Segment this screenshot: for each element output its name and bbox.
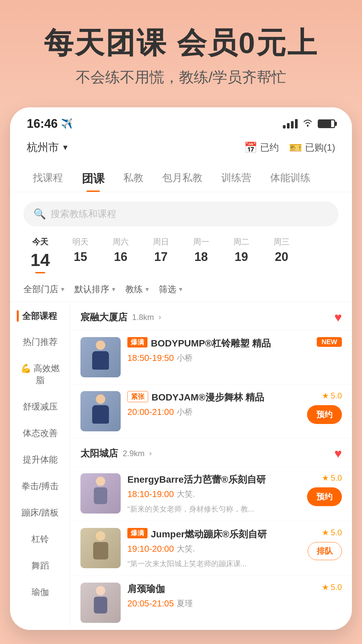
sidebar-item-fitness[interactable]: 提升体能: [10, 446, 70, 473]
sidebar-item-boxing[interactable]: 拳击/搏击: [10, 473, 70, 499]
course-3-book-btn[interactable]: 预约: [307, 487, 342, 506]
course-card-1: 爆满 BODYPUMP®杠铃雕塑 精品 18:50-19:50 小桥 NEW: [70, 330, 352, 384]
city-dropdown-icon: ▼: [62, 143, 69, 152]
star-icon: ★: [322, 473, 329, 483]
course-card-4: 爆满 Jumper燃动蹦床®乐刻自研 19:10-20:00 大笑. "第一次来…: [70, 521, 352, 576]
content-area: 全部课程 热门推荐 💪 高效燃脂 舒缓减压 体态改善 提升体能 拳击/搏击 蹦床…: [10, 302, 352, 630]
filter-sort-arrow: ▾: [112, 285, 115, 293]
course-1-new-tag: NEW: [317, 337, 342, 347]
filter-coach[interactable]: 教练 ▾: [125, 283, 149, 295]
search-icon: 🔍: [34, 208, 46, 220]
course-4-badge: 爆满: [127, 528, 147, 538]
sidebar-item-burn[interactable]: 💪 高效燃脂: [10, 355, 70, 393]
course-5-time: 20:05-21:05: [127, 598, 174, 609]
tab-find-courses[interactable]: 找课程: [23, 166, 72, 192]
calendar-icon: 📅: [244, 141, 257, 154]
course-5-rating: ★ 5.0: [322, 583, 342, 592]
store-1-favorite-btn[interactable]: ♥: [334, 310, 342, 325]
store-1-name: 宸融大厦店: [80, 311, 127, 324]
search-input[interactable]: 搜索教练和课程: [51, 208, 116, 220]
city-selector[interactable]: 杭州市 ▼: [27, 140, 69, 155]
course-thumb-3: [80, 473, 121, 514]
course-3-right: ★ 5.0 预约: [307, 473, 342, 506]
store-1-info[interactable]: 宸融大厦店 1.8km ›: [80, 311, 161, 324]
sidebar-header-text: 全部课程: [22, 310, 57, 322]
tab-group-class[interactable]: 团课: [72, 166, 114, 192]
course-1-info: 爆满 BODYPUMP®杠铃雕塑 精品 18:50-19:50 小桥: [127, 337, 310, 368]
sidebar-accent-bar: [17, 310, 19, 322]
hero-title: 每天团课 会员0元上: [20, 27, 342, 59]
tab-private[interactable]: 私教: [114, 166, 153, 192]
tab-bar: 找课程 团课 私教 包月私教 训练营 体能训练: [10, 160, 352, 192]
sidebar-item-posture[interactable]: 体态改善: [10, 420, 70, 446]
filter-stores[interactable]: 全部门店 ▾: [23, 283, 64, 295]
filter-coach-arrow: ▾: [145, 285, 149, 293]
tab-monthly-private[interactable]: 包月私教: [153, 166, 212, 192]
store-1-distance: 1.8km: [132, 313, 154, 322]
course-4-info: 爆满 Jumper燃动蹦床®乐刻自研 19:10-20:00 大笑. "第一次来…: [127, 528, 301, 569]
course-1-badge: 爆满: [127, 337, 147, 347]
course-1-teacher: 小桥: [177, 353, 193, 363]
date-today-underline: [35, 272, 45, 273]
store-1-header: 宸融大厦店 1.8km › ♥: [70, 302, 352, 330]
sidebar-item-trampoline[interactable]: 蹦床/踏板: [10, 499, 70, 526]
sidebar-item-hot[interactable]: 热门推荐: [10, 329, 70, 355]
course-5-teacher: 夏瑾: [177, 598, 193, 609]
course-thumb-4: [80, 528, 121, 568]
course-3-rating: ★ 5.0: [322, 473, 342, 483]
date-sun[interactable]: 周日 17: [144, 236, 178, 273]
sidebar-item-barbell[interactable]: 杠铃: [10, 526, 70, 552]
sidebar-item-relax[interactable]: 舒缓减压: [10, 393, 70, 420]
sidebar-item-yoga[interactable]: 瑜伽: [10, 579, 70, 605]
status-icons: [283, 117, 335, 130]
search-bar[interactable]: 🔍 搜索教练和课程: [23, 202, 339, 226]
course-4-rating: ★ 5.0: [322, 528, 342, 537]
date-today-num: 14: [31, 250, 50, 270]
course-5-info: 肩颈瑜伽 20:05-21:05 夏瑾: [127, 583, 315, 613]
course-5-name: 肩颈瑜伽: [127, 583, 315, 595]
date-today[interactable]: 今天 14: [23, 236, 57, 273]
date-tue[interactable]: 周二 19: [225, 236, 258, 273]
course-5-title-row: 肩颈瑜伽: [127, 583, 315, 595]
tab-fitness-training[interactable]: 体能训练: [261, 166, 320, 192]
filter-sort[interactable]: 默认排序 ▾: [74, 283, 115, 295]
course-3-title-row: EnergyBarre活力芭蕾®乐刻自研: [127, 473, 300, 486]
star-icon: ★: [322, 583, 329, 592]
course-3-desc: "新来的美女老师，身材修长匀称，教...: [127, 504, 300, 514]
nav-actions: 📅 已约 🎫 已购(1): [244, 141, 335, 154]
course-4-queue-btn[interactable]: 排队: [308, 542, 342, 560]
course-4-time: 19:10-20:00: [127, 544, 174, 554]
reserved-btn[interactable]: 📅 已约: [244, 141, 279, 154]
course-1-name: BODYPUMP®杠铃雕塑 精品: [151, 337, 310, 350]
course-3-name: EnergyBarre活力芭蕾®乐刻自研: [127, 473, 300, 486]
store-2-header: 太阳城店 2.9km › ♥: [70, 438, 352, 467]
purchased-btn[interactable]: 🎫 已购(1): [289, 141, 335, 154]
course-card-2: 紧张 BODYJAM®漫步舞林 精品 20:00-21:00 小桥 ★ 5.0 …: [70, 384, 352, 438]
course-4-teacher: 大笑.: [177, 543, 195, 554]
sidebar-header: 全部课程: [10, 302, 70, 329]
course-thumb-2: [80, 391, 121, 431]
filter-screen[interactable]: 筛选 ▾: [159, 283, 182, 295]
status-bar: 16:46 ✈️: [10, 107, 352, 136]
location-icon: ✈️: [61, 118, 73, 129]
sidebar-item-dance[interactable]: 舞蹈: [10, 552, 70, 579]
date-mon[interactable]: 周一 18: [184, 236, 218, 273]
course-4-desc: "第一次来太阳城上笑老师的蹦床课...: [127, 559, 301, 569]
store-2-info[interactable]: 太阳城店 2.9km ›: [80, 447, 152, 460]
course-3-info: EnergyBarre活力芭蕾®乐刻自研 18:10-19:00 大笑. "新来…: [127, 473, 300, 514]
course-2-book-btn[interactable]: 预约: [307, 405, 342, 424]
filter-stores-arrow: ▾: [61, 285, 64, 293]
tab-camp[interactable]: 训练营: [212, 166, 261, 192]
date-tomorrow[interactable]: 明天 15: [64, 236, 97, 273]
store-2-distance: 2.9km: [123, 449, 144, 458]
date-sat[interactable]: 周六 16: [104, 236, 137, 273]
city-name: 杭州市: [27, 140, 59, 155]
store-2-name: 太阳城店: [80, 447, 118, 460]
hero-section: 每天团课 会员0元上 不会练不用慌，教练/学员齐帮忙: [0, 0, 362, 107]
store-2-favorite-btn[interactable]: ♥: [334, 446, 342, 461]
course-1-time: 18:50-19:50: [127, 353, 174, 363]
date-wed[interactable]: 周三 20: [265, 236, 298, 273]
svg-point-0: [307, 125, 309, 126]
filter-screen-arrow: ▾: [179, 285, 182, 293]
left-sidebar: 全部课程 热门推荐 💪 高效燃脂 舒缓减压 体态改善 提升体能 拳击/搏击 蹦床…: [10, 302, 70, 630]
